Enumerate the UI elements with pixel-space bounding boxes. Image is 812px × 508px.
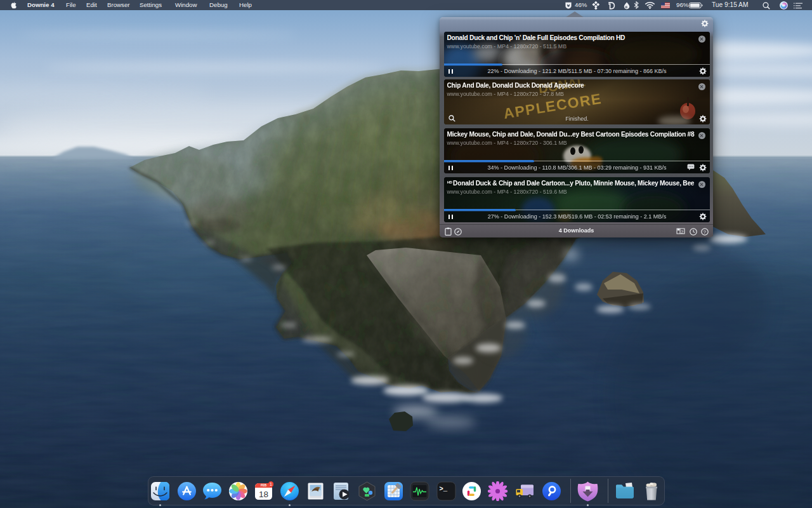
svg-text:FEB: FEB — [260, 484, 266, 487]
svg-text:?: ? — [704, 229, 706, 234]
svg-text:>_: >_ — [439, 485, 447, 493]
svg-text:1: 1 — [270, 482, 272, 486]
svg-text:18: 18 — [258, 490, 268, 499]
svg-text:2: 2 — [681, 229, 683, 235]
